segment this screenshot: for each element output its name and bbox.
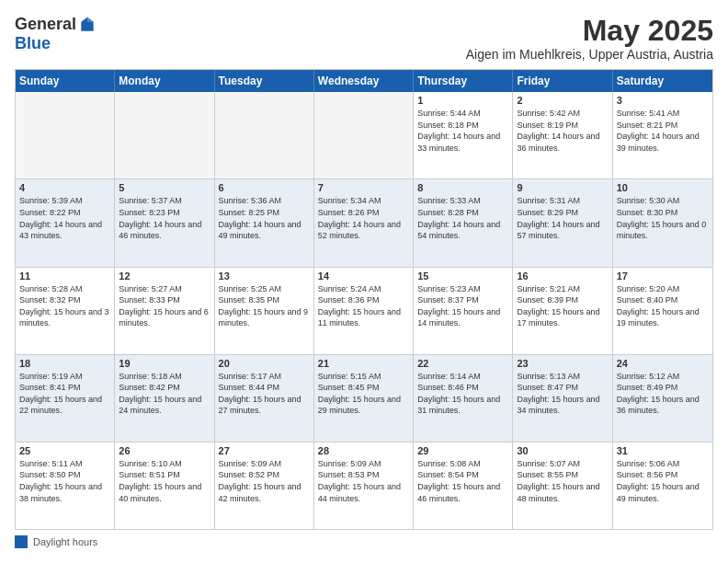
- day-info: Sunrise: 5:28 AMSunset: 8:32 PMDaylight:…: [19, 283, 110, 329]
- calendar-row-3: 18Sunrise: 5:19 AMSunset: 8:41 PMDayligh…: [16, 355, 712, 442]
- day-info: Sunrise: 5:15 AMSunset: 8:45 PMDaylight:…: [318, 371, 409, 417]
- weekday-header-tuesday: Tuesday: [215, 70, 314, 92]
- day-number: 25: [19, 445, 110, 456]
- empty-cell: [314, 92, 414, 178]
- calendar-body: 1Sunrise: 5:44 AMSunset: 8:18 PMDaylight…: [16, 92, 712, 529]
- day-info: Sunrise: 5:18 AMSunset: 8:42 PMDaylight:…: [119, 371, 210, 417]
- day-number: 6: [219, 182, 310, 193]
- day-info: Sunrise: 5:44 AMSunset: 8:18 PMDaylight:…: [417, 108, 508, 154]
- day-cell-7: 7Sunrise: 5:34 AMSunset: 8:26 PMDaylight…: [314, 179, 414, 266]
- empty-cell: [115, 92, 214, 178]
- day-number: 31: [617, 445, 709, 456]
- weekday-header-monday: Monday: [115, 70, 214, 92]
- day-number: 22: [417, 358, 508, 369]
- day-info: Sunrise: 5:42 AMSunset: 8:19 PMDaylight:…: [517, 108, 608, 154]
- day-cell-24: 24Sunrise: 5:12 AMSunset: 8:49 PMDayligh…: [613, 355, 712, 442]
- day-info: Sunrise: 5:25 AMSunset: 8:35 PMDaylight:…: [219, 283, 310, 329]
- day-cell-26: 26Sunrise: 5:10 AMSunset: 8:51 PMDayligh…: [115, 442, 214, 529]
- day-number: 5: [119, 182, 210, 193]
- day-info: Sunrise: 5:37 AMSunset: 8:23 PMDaylight:…: [119, 195, 210, 241]
- day-cell-23: 23Sunrise: 5:13 AMSunset: 8:47 PMDayligh…: [513, 355, 612, 442]
- day-number: 12: [119, 270, 210, 282]
- day-number: 26: [119, 445, 210, 456]
- day-info: Sunrise: 5:07 AMSunset: 8:55 PMDaylight:…: [517, 458, 608, 504]
- calendar-header: SundayMondayTuesdayWednesdayThursdayFrid…: [16, 70, 712, 92]
- empty-cell: [16, 92, 115, 178]
- day-number: 10: [617, 182, 709, 193]
- day-number: 15: [417, 270, 508, 282]
- title-block: May 2025 Aigen im Muehlkreis, Upper Aust…: [466, 15, 713, 62]
- day-cell-21: 21Sunrise: 5:15 AMSunset: 8:45 PMDayligh…: [314, 355, 414, 442]
- day-cell-18: 18Sunrise: 5:19 AMSunset: 8:41 PMDayligh…: [16, 355, 115, 442]
- day-info: Sunrise: 5:30 AMSunset: 8:30 PMDaylight:…: [617, 195, 709, 241]
- day-number: 20: [219, 358, 310, 369]
- day-cell-22: 22Sunrise: 5:14 AMSunset: 8:46 PMDayligh…: [414, 355, 513, 442]
- day-info: Sunrise: 5:11 AMSunset: 8:50 PMDaylight:…: [19, 458, 110, 504]
- day-number: 7: [318, 182, 409, 193]
- day-number: 30: [517, 445, 608, 456]
- day-cell-3: 3Sunrise: 5:41 AMSunset: 8:21 PMDaylight…: [613, 92, 712, 178]
- day-number: 4: [19, 182, 110, 193]
- day-info: Sunrise: 5:31 AMSunset: 8:29 PMDaylight:…: [517, 195, 608, 241]
- day-number: 11: [19, 270, 110, 282]
- day-number: 29: [417, 445, 508, 456]
- logo-general: General: [15, 15, 76, 34]
- day-info: Sunrise: 5:20 AMSunset: 8:40 PMDaylight:…: [617, 283, 709, 329]
- logo-icon: [78, 16, 97, 34]
- day-cell-12: 12Sunrise: 5:27 AMSunset: 8:33 PMDayligh…: [115, 268, 214, 354]
- day-cell-8: 8Sunrise: 5:33 AMSunset: 8:28 PMDaylight…: [414, 179, 513, 266]
- day-cell-28: 28Sunrise: 5:09 AMSunset: 8:53 PMDayligh…: [314, 442, 414, 529]
- day-info: Sunrise: 5:10 AMSunset: 8:51 PMDaylight:…: [119, 458, 210, 504]
- day-info: Sunrise: 5:09 AMSunset: 8:52 PMDaylight:…: [219, 458, 310, 504]
- day-number: 13: [219, 270, 310, 282]
- weekday-header-sunday: Sunday: [16, 70, 115, 92]
- day-number: 27: [219, 445, 310, 456]
- daylight-label: Daylight hours: [33, 536, 97, 547]
- day-cell-16: 16Sunrise: 5:21 AMSunset: 8:39 PMDayligh…: [513, 268, 612, 354]
- day-info: Sunrise: 5:14 AMSunset: 8:46 PMDaylight:…: [417, 371, 508, 417]
- day-cell-2: 2Sunrise: 5:42 AMSunset: 8:19 PMDaylight…: [513, 92, 612, 178]
- day-number: 18: [19, 358, 110, 369]
- calendar-row-2: 11Sunrise: 5:28 AMSunset: 8:32 PMDayligh…: [16, 268, 712, 355]
- day-number: 1: [417, 95, 508, 106]
- logo-blue: Blue: [15, 34, 51, 52]
- day-info: Sunrise: 5:06 AMSunset: 8:56 PMDaylight:…: [617, 458, 709, 504]
- day-cell-5: 5Sunrise: 5:37 AMSunset: 8:23 PMDaylight…: [115, 179, 214, 266]
- day-cell-14: 14Sunrise: 5:24 AMSunset: 8:36 PMDayligh…: [314, 268, 414, 354]
- day-cell-31: 31Sunrise: 5:06 AMSunset: 8:56 PMDayligh…: [613, 442, 712, 529]
- day-cell-15: 15Sunrise: 5:23 AMSunset: 8:37 PMDayligh…: [414, 268, 513, 354]
- day-info: Sunrise: 5:24 AMSunset: 8:36 PMDaylight:…: [318, 283, 409, 329]
- logo: General Blue: [15, 15, 97, 53]
- day-info: Sunrise: 5:39 AMSunset: 8:22 PMDaylight:…: [19, 195, 110, 241]
- day-info: Sunrise: 5:27 AMSunset: 8:33 PMDaylight:…: [119, 283, 210, 329]
- weekday-header-friday: Friday: [513, 70, 612, 92]
- day-cell-27: 27Sunrise: 5:09 AMSunset: 8:52 PMDayligh…: [215, 442, 314, 529]
- day-number: 14: [318, 270, 409, 282]
- day-number: 9: [517, 182, 608, 193]
- day-cell-6: 6Sunrise: 5:36 AMSunset: 8:25 PMDaylight…: [215, 179, 314, 266]
- day-number: 28: [318, 445, 409, 456]
- day-number: 8: [417, 182, 508, 193]
- footer: Daylight hours: [15, 535, 713, 548]
- day-number: 3: [617, 95, 709, 106]
- location-title: Aigen im Muehlkreis, Upper Austria, Aust…: [466, 47, 713, 62]
- day-cell-19: 19Sunrise: 5:18 AMSunset: 8:42 PMDayligh…: [115, 355, 214, 442]
- day-info: Sunrise: 5:09 AMSunset: 8:53 PMDaylight:…: [318, 458, 409, 504]
- weekday-header-wednesday: Wednesday: [314, 70, 414, 92]
- day-number: 16: [517, 270, 608, 282]
- day-number: 24: [617, 358, 709, 369]
- daylight-box: [15, 535, 28, 548]
- day-cell-20: 20Sunrise: 5:17 AMSunset: 8:44 PMDayligh…: [215, 355, 314, 442]
- day-cell-4: 4Sunrise: 5:39 AMSunset: 8:22 PMDaylight…: [16, 179, 115, 266]
- day-cell-1: 1Sunrise: 5:44 AMSunset: 8:18 PMDaylight…: [414, 92, 513, 178]
- day-cell-29: 29Sunrise: 5:08 AMSunset: 8:54 PMDayligh…: [414, 442, 513, 529]
- day-number: 17: [617, 270, 709, 282]
- day-number: 2: [517, 95, 608, 106]
- day-info: Sunrise: 5:36 AMSunset: 8:25 PMDaylight:…: [219, 195, 310, 241]
- day-info: Sunrise: 5:41 AMSunset: 8:21 PMDaylight:…: [617, 108, 709, 154]
- day-number: 19: [119, 358, 210, 369]
- calendar-row-4: 25Sunrise: 5:11 AMSunset: 8:50 PMDayligh…: [16, 442, 712, 529]
- day-info: Sunrise: 5:08 AMSunset: 8:54 PMDaylight:…: [417, 458, 508, 504]
- day-info: Sunrise: 5:19 AMSunset: 8:41 PMDaylight:…: [19, 371, 110, 417]
- calendar-row-1: 4Sunrise: 5:39 AMSunset: 8:22 PMDaylight…: [16, 179, 712, 267]
